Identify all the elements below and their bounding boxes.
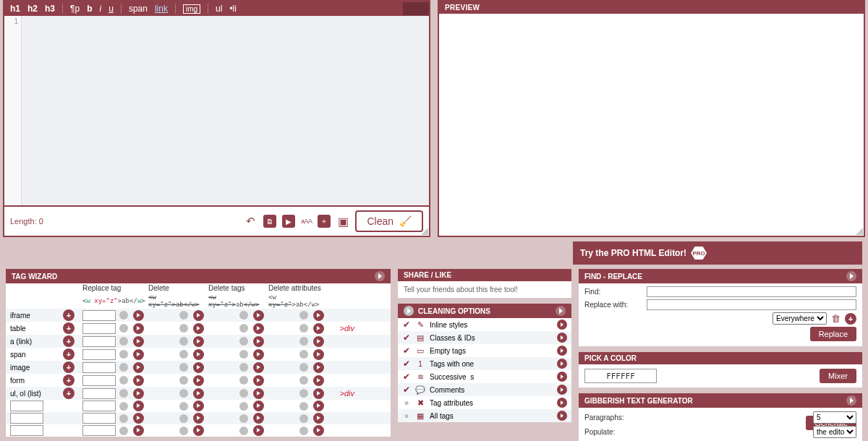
run-icon[interactable] xyxy=(133,388,144,399)
run-icon[interactable] xyxy=(193,323,204,334)
link-button[interactable]: link xyxy=(155,4,168,14)
run-icon[interactable] xyxy=(557,398,567,408)
run-cleaning-icon[interactable] xyxy=(556,306,566,316)
replace-input[interactable] xyxy=(82,336,116,347)
check-icon[interactable]: ● xyxy=(402,398,411,408)
run-icon[interactable] xyxy=(557,372,567,382)
trash-icon[interactable]: 🗑 xyxy=(831,313,841,324)
source-textarea[interactable] xyxy=(22,16,429,205)
add-tag-button[interactable]: + xyxy=(63,322,75,334)
run-icon[interactable] xyxy=(133,413,144,424)
run-gibberish-icon[interactable] xyxy=(846,395,856,406)
custom-tag-input[interactable] xyxy=(10,401,43,411)
img-button[interactable]: img xyxy=(183,4,200,14)
run-icon[interactable] xyxy=(313,336,324,347)
run-icon[interactable] xyxy=(253,323,264,334)
run-icon[interactable] xyxy=(133,362,144,373)
run-icon[interactable] xyxy=(193,388,204,399)
run-all-icon[interactable] xyxy=(375,271,385,281)
font-size-icon[interactable]: ᴀAA xyxy=(301,215,312,228)
run-icon[interactable] xyxy=(193,413,204,424)
replace-input[interactable] xyxy=(82,401,116,411)
run-icon[interactable] xyxy=(557,385,567,395)
run-icon[interactable] xyxy=(253,336,264,347)
italic-button[interactable]: i xyxy=(100,4,102,14)
resize-grip-icon[interactable] xyxy=(856,228,863,235)
check-icon[interactable]: ✔ xyxy=(402,359,411,369)
run-icon[interactable] xyxy=(313,413,324,424)
check-icon[interactable]: ● xyxy=(402,411,411,421)
run-replace-icon[interactable] xyxy=(846,271,856,281)
run-icon[interactable] xyxy=(253,362,264,373)
run-icon[interactable] xyxy=(313,425,324,436)
h2-button[interactable]: h2 xyxy=(27,4,38,14)
run-icon[interactable] xyxy=(133,375,144,386)
p-button[interactable]: ¶p xyxy=(70,4,80,14)
check-icon[interactable]: ✔ xyxy=(402,385,411,395)
run-icon[interactable] xyxy=(557,359,567,369)
replace-input[interactable] xyxy=(82,362,116,373)
run-icon[interactable] xyxy=(557,346,567,356)
run-icon[interactable] xyxy=(253,425,264,436)
run-icon[interactable] xyxy=(557,411,567,421)
run-icon[interactable] xyxy=(193,310,204,321)
run-icon[interactable] xyxy=(193,362,204,373)
underline-button[interactable]: u xyxy=(109,4,114,14)
li-button[interactable]: •li xyxy=(229,4,237,14)
run-icon[interactable] xyxy=(557,333,567,343)
run-icon[interactable] xyxy=(133,310,144,321)
bold-button[interactable]: b xyxy=(87,4,92,14)
run-icon[interactable] xyxy=(313,362,324,373)
run-icon[interactable] xyxy=(313,388,324,399)
span-button[interactable]: span xyxy=(129,4,148,14)
pro-banner[interactable]: Try the PRO HTML Editor! PRO xyxy=(573,241,862,265)
run-icon[interactable] xyxy=(253,401,264,411)
run-icon[interactable] xyxy=(193,425,204,436)
run-icon[interactable] xyxy=(313,310,324,321)
run-icon[interactable] xyxy=(253,349,264,360)
run-icon[interactable] xyxy=(253,388,264,399)
run-icon[interactable] xyxy=(133,323,144,334)
run-icon[interactable] xyxy=(253,413,264,424)
custom-tag-input[interactable] xyxy=(10,425,43,436)
scope-select[interactable]: Everywhere xyxy=(773,312,827,325)
check-icon[interactable]: ✔ xyxy=(402,333,411,343)
run-icon[interactable] xyxy=(193,375,204,386)
add-panel-icon[interactable]: ＋ xyxy=(318,215,331,228)
h1-button[interactable]: h1 xyxy=(10,4,20,14)
run-icon[interactable] xyxy=(313,401,324,411)
mixer-button[interactable]: Mixer xyxy=(820,369,856,383)
add-tag-button[interactable]: + xyxy=(63,388,75,399)
add-tag-button[interactable]: + xyxy=(63,335,75,347)
replace-input[interactable] xyxy=(82,310,116,321)
add-tag-button[interactable]: + xyxy=(63,309,75,321)
run-icon[interactable] xyxy=(313,375,324,386)
color-input[interactable] xyxy=(584,369,657,383)
check-icon[interactable]: ✔ xyxy=(402,372,411,382)
add-tag-button[interactable]: + xyxy=(63,374,75,386)
play-icon[interactable]: ▶ xyxy=(282,215,295,228)
run-icon[interactable] xyxy=(193,349,204,360)
replace-input[interactable] xyxy=(82,425,116,436)
add-tag-button[interactable]: + xyxy=(63,361,75,373)
layout-icon[interactable]: ▣ xyxy=(336,215,349,228)
add-rule-button[interactable]: + xyxy=(845,313,856,325)
paragraphs-select[interactable]: 5 xyxy=(813,411,856,424)
run-icon[interactable] xyxy=(193,336,204,347)
run-icon[interactable] xyxy=(133,336,144,347)
replace-input[interactable] xyxy=(647,299,856,310)
replace-input[interactable] xyxy=(82,349,116,360)
replace-input[interactable] xyxy=(82,413,116,424)
check-icon[interactable]: ✔ xyxy=(402,320,411,330)
resize-grip-icon[interactable] xyxy=(421,228,428,235)
clean-button[interactable]: Clean 🧹 xyxy=(355,210,423,232)
run-icon[interactable] xyxy=(313,323,324,334)
run-icon[interactable] xyxy=(557,320,567,330)
undo-icon[interactable]: ↶ xyxy=(244,215,258,228)
run-icon[interactable] xyxy=(253,375,264,386)
replace-input[interactable] xyxy=(82,388,116,399)
ul-button[interactable]: ul xyxy=(216,4,222,14)
preview-area[interactable] xyxy=(439,14,864,236)
run-icon[interactable] xyxy=(193,401,204,411)
run-icon[interactable] xyxy=(133,349,144,360)
